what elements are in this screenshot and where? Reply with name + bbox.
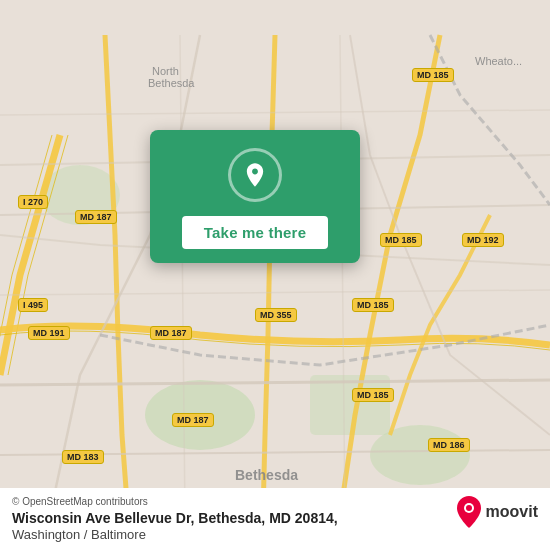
road-badge-md183: MD 183 (62, 450, 104, 464)
road-badge-md187-1: MD 187 (75, 210, 117, 224)
map-svg: Bethesda North Bethesda Wheato... (0, 0, 550, 550)
road-badge-md191: MD 191 (28, 326, 70, 340)
city-line: Washington / Baltimore (12, 527, 338, 542)
moovit-text: moovit (486, 503, 538, 521)
address-line: Wisconsin Ave Bellevue Dr, Bethesda, MD … (12, 510, 338, 526)
road-badge-md186: MD 186 (428, 438, 470, 452)
card-overlay: Take me there (150, 130, 360, 263)
map-container: Bethesda North Bethesda Wheato... I 270 … (0, 0, 550, 550)
svg-text:North: North (152, 65, 179, 77)
road-badge-md192: MD 192 (462, 233, 504, 247)
svg-text:Wheato...: Wheato... (475, 55, 522, 67)
road-badge-md185-4: MD 185 (352, 388, 394, 402)
bottom-bar: © OpenStreetMap contributors Wisconsin A… (0, 488, 550, 550)
svg-text:Bethesda: Bethesda (148, 77, 195, 89)
road-badge-md185-1: MD 185 (412, 68, 454, 82)
moovit-logo: moovit (456, 496, 538, 528)
location-pin-icon (241, 161, 269, 189)
attribution-text: © OpenStreetMap contributors (12, 496, 148, 507)
take-me-there-button[interactable]: Take me there (182, 216, 328, 249)
svg-point-18 (466, 505, 472, 511)
road-badge-i495: I 495 (18, 298, 48, 312)
svg-text:Bethesda: Bethesda (235, 467, 298, 483)
road-badge-md185-2: MD 185 (380, 233, 422, 247)
svg-rect-4 (310, 375, 390, 435)
road-badge-md185-3: MD 185 (352, 298, 394, 312)
road-badge-md187-2: MD 187 (150, 326, 192, 340)
location-icon-wrapper (228, 148, 282, 202)
road-badge-md355: MD 355 (255, 308, 297, 322)
road-badge-md187-3: MD 187 (172, 413, 214, 427)
moovit-logo-icon (456, 496, 482, 528)
road-badge-i270: I 270 (18, 195, 48, 209)
